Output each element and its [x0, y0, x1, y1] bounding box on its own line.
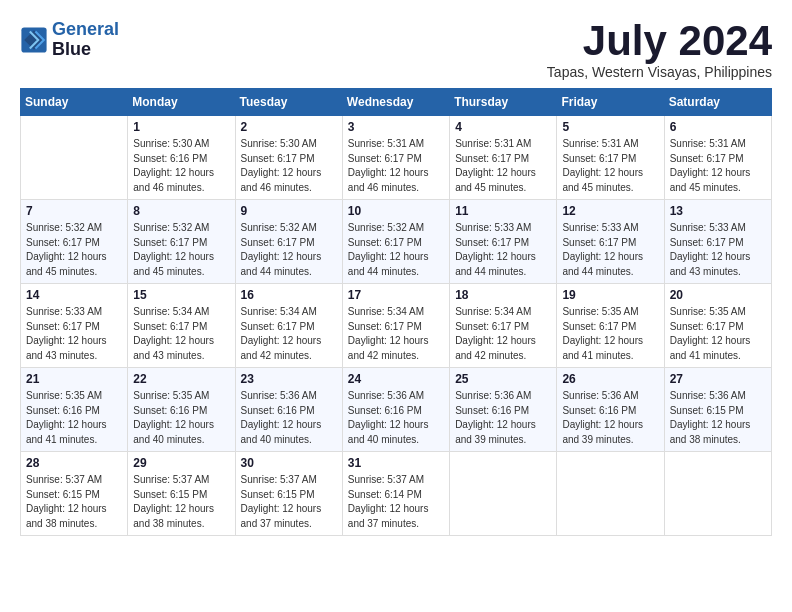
cell-content: Sunrise: 5:31 AM Sunset: 6:17 PM Dayligh… — [348, 137, 444, 195]
title-block: July 2024 Tapas, Western Visayas, Philip… — [547, 20, 772, 80]
calendar-cell: 2Sunrise: 5:30 AM Sunset: 6:17 PM Daylig… — [235, 116, 342, 200]
cell-content: Sunrise: 5:33 AM Sunset: 6:17 PM Dayligh… — [562, 221, 658, 279]
calendar-cell: 23Sunrise: 5:36 AM Sunset: 6:16 PM Dayli… — [235, 368, 342, 452]
cell-content: Sunrise: 5:30 AM Sunset: 6:17 PM Dayligh… — [241, 137, 337, 195]
day-number: 24 — [348, 372, 444, 386]
calendar-cell: 20Sunrise: 5:35 AM Sunset: 6:17 PM Dayli… — [664, 284, 771, 368]
cell-content: Sunrise: 5:37 AM Sunset: 6:15 PM Dayligh… — [133, 473, 229, 531]
day-number: 12 — [562, 204, 658, 218]
cell-content: Sunrise: 5:32 AM Sunset: 6:17 PM Dayligh… — [26, 221, 122, 279]
day-number: 4 — [455, 120, 551, 134]
month-title: July 2024 — [547, 20, 772, 62]
calendar-cell: 4Sunrise: 5:31 AM Sunset: 6:17 PM Daylig… — [450, 116, 557, 200]
day-number: 5 — [562, 120, 658, 134]
logo-icon — [20, 26, 48, 54]
calendar-week-row: 7Sunrise: 5:32 AM Sunset: 6:17 PM Daylig… — [21, 200, 772, 284]
day-number: 8 — [133, 204, 229, 218]
cell-content: Sunrise: 5:31 AM Sunset: 6:17 PM Dayligh… — [455, 137, 551, 195]
calendar-cell: 8Sunrise: 5:32 AM Sunset: 6:17 PM Daylig… — [128, 200, 235, 284]
day-number: 27 — [670, 372, 766, 386]
calendar-header-row: SundayMondayTuesdayWednesdayThursdayFrid… — [21, 89, 772, 116]
calendar-cell: 15Sunrise: 5:34 AM Sunset: 6:17 PM Dayli… — [128, 284, 235, 368]
calendar-cell: 3Sunrise: 5:31 AM Sunset: 6:17 PM Daylig… — [342, 116, 449, 200]
calendar-cell: 27Sunrise: 5:36 AM Sunset: 6:15 PM Dayli… — [664, 368, 771, 452]
col-header-monday: Monday — [128, 89, 235, 116]
day-number: 23 — [241, 372, 337, 386]
day-number: 17 — [348, 288, 444, 302]
day-number: 21 — [26, 372, 122, 386]
calendar-cell — [664, 452, 771, 536]
day-number: 13 — [670, 204, 766, 218]
day-number: 11 — [455, 204, 551, 218]
calendar-cell: 12Sunrise: 5:33 AM Sunset: 6:17 PM Dayli… — [557, 200, 664, 284]
col-header-saturday: Saturday — [664, 89, 771, 116]
calendar-cell: 21Sunrise: 5:35 AM Sunset: 6:16 PM Dayli… — [21, 368, 128, 452]
day-number: 16 — [241, 288, 337, 302]
cell-content: Sunrise: 5:37 AM Sunset: 6:14 PM Dayligh… — [348, 473, 444, 531]
cell-content: Sunrise: 5:32 AM Sunset: 6:17 PM Dayligh… — [348, 221, 444, 279]
day-number: 20 — [670, 288, 766, 302]
location-title: Tapas, Western Visayas, Philippines — [547, 64, 772, 80]
calendar-cell: 31Sunrise: 5:37 AM Sunset: 6:14 PM Dayli… — [342, 452, 449, 536]
day-number: 18 — [455, 288, 551, 302]
day-number: 19 — [562, 288, 658, 302]
col-header-wednesday: Wednesday — [342, 89, 449, 116]
logo-line2: Blue — [52, 40, 119, 60]
day-number: 10 — [348, 204, 444, 218]
cell-content: Sunrise: 5:31 AM Sunset: 6:17 PM Dayligh… — [562, 137, 658, 195]
calendar-cell: 29Sunrise: 5:37 AM Sunset: 6:15 PM Dayli… — [128, 452, 235, 536]
calendar-cell: 24Sunrise: 5:36 AM Sunset: 6:16 PM Dayli… — [342, 368, 449, 452]
calendar-cell: 11Sunrise: 5:33 AM Sunset: 6:17 PM Dayli… — [450, 200, 557, 284]
cell-content: Sunrise: 5:35 AM Sunset: 6:17 PM Dayligh… — [670, 305, 766, 363]
cell-content: Sunrise: 5:33 AM Sunset: 6:17 PM Dayligh… — [26, 305, 122, 363]
calendar-cell: 7Sunrise: 5:32 AM Sunset: 6:17 PM Daylig… — [21, 200, 128, 284]
cell-content: Sunrise: 5:34 AM Sunset: 6:17 PM Dayligh… — [133, 305, 229, 363]
calendar-cell: 19Sunrise: 5:35 AM Sunset: 6:17 PM Dayli… — [557, 284, 664, 368]
cell-content: Sunrise: 5:36 AM Sunset: 6:16 PM Dayligh… — [241, 389, 337, 447]
calendar-cell: 16Sunrise: 5:34 AM Sunset: 6:17 PM Dayli… — [235, 284, 342, 368]
calendar-week-row: 28Sunrise: 5:37 AM Sunset: 6:15 PM Dayli… — [21, 452, 772, 536]
day-number: 26 — [562, 372, 658, 386]
calendar-cell: 22Sunrise: 5:35 AM Sunset: 6:16 PM Dayli… — [128, 368, 235, 452]
day-number: 14 — [26, 288, 122, 302]
calendar-week-row: 14Sunrise: 5:33 AM Sunset: 6:17 PM Dayli… — [21, 284, 772, 368]
day-number: 28 — [26, 456, 122, 470]
calendar-cell: 9Sunrise: 5:32 AM Sunset: 6:17 PM Daylig… — [235, 200, 342, 284]
calendar-cell: 13Sunrise: 5:33 AM Sunset: 6:17 PM Dayli… — [664, 200, 771, 284]
page-header: General Blue July 2024 Tapas, Western Vi… — [20, 20, 772, 80]
day-number: 1 — [133, 120, 229, 134]
day-number: 25 — [455, 372, 551, 386]
day-number: 30 — [241, 456, 337, 470]
day-number: 9 — [241, 204, 337, 218]
cell-content: Sunrise: 5:34 AM Sunset: 6:17 PM Dayligh… — [241, 305, 337, 363]
day-number: 6 — [670, 120, 766, 134]
calendar-week-row: 1Sunrise: 5:30 AM Sunset: 6:16 PM Daylig… — [21, 116, 772, 200]
calendar-cell: 26Sunrise: 5:36 AM Sunset: 6:16 PM Dayli… — [557, 368, 664, 452]
day-number: 22 — [133, 372, 229, 386]
logo-line1: General — [52, 19, 119, 39]
calendar-cell: 6Sunrise: 5:31 AM Sunset: 6:17 PM Daylig… — [664, 116, 771, 200]
day-number: 31 — [348, 456, 444, 470]
col-header-friday: Friday — [557, 89, 664, 116]
day-number: 15 — [133, 288, 229, 302]
calendar-cell: 5Sunrise: 5:31 AM Sunset: 6:17 PM Daylig… — [557, 116, 664, 200]
calendar-cell: 1Sunrise: 5:30 AM Sunset: 6:16 PM Daylig… — [128, 116, 235, 200]
cell-content: Sunrise: 5:37 AM Sunset: 6:15 PM Dayligh… — [241, 473, 337, 531]
day-number: 7 — [26, 204, 122, 218]
cell-content: Sunrise: 5:31 AM Sunset: 6:17 PM Dayligh… — [670, 137, 766, 195]
cell-content: Sunrise: 5:35 AM Sunset: 6:17 PM Dayligh… — [562, 305, 658, 363]
day-number: 2 — [241, 120, 337, 134]
cell-content: Sunrise: 5:37 AM Sunset: 6:15 PM Dayligh… — [26, 473, 122, 531]
calendar-week-row: 21Sunrise: 5:35 AM Sunset: 6:16 PM Dayli… — [21, 368, 772, 452]
calendar-cell: 28Sunrise: 5:37 AM Sunset: 6:15 PM Dayli… — [21, 452, 128, 536]
calendar-cell — [557, 452, 664, 536]
calendar-cell: 25Sunrise: 5:36 AM Sunset: 6:16 PM Dayli… — [450, 368, 557, 452]
cell-content: Sunrise: 5:30 AM Sunset: 6:16 PM Dayligh… — [133, 137, 229, 195]
cell-content: Sunrise: 5:35 AM Sunset: 6:16 PM Dayligh… — [133, 389, 229, 447]
cell-content: Sunrise: 5:32 AM Sunset: 6:17 PM Dayligh… — [133, 221, 229, 279]
cell-content: Sunrise: 5:34 AM Sunset: 6:17 PM Dayligh… — [455, 305, 551, 363]
calendar-cell — [21, 116, 128, 200]
cell-content: Sunrise: 5:33 AM Sunset: 6:17 PM Dayligh… — [670, 221, 766, 279]
cell-content: Sunrise: 5:36 AM Sunset: 6:16 PM Dayligh… — [562, 389, 658, 447]
cell-content: Sunrise: 5:36 AM Sunset: 6:16 PM Dayligh… — [455, 389, 551, 447]
